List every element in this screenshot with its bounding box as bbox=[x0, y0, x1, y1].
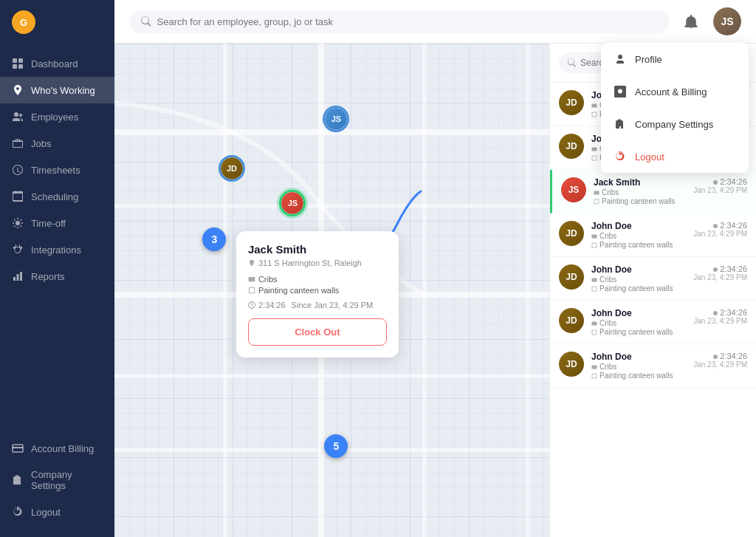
sidebar-bottom: Account Billing Company Settings Logout bbox=[0, 429, 114, 537]
logo-area: G bbox=[0, 0, 114, 44]
emp-time-area: 2:34:26 Jan 23, 4:29 PM bbox=[693, 221, 747, 238]
employee-list-item[interactable]: JD John Doe Cribs Painting canteen walls… bbox=[550, 344, 756, 388]
emp-task: Painting canteen walls bbox=[591, 372, 686, 380]
svg-rect-29 bbox=[592, 243, 597, 247]
power-icon bbox=[12, 506, 24, 518]
account-billing-label: Account & Billing bbox=[635, 86, 707, 98]
sidebar-label-integrations: Integrations bbox=[31, 244, 81, 256]
sidebar-item-company-settings[interactable]: Company Settings bbox=[0, 462, 114, 499]
svg-rect-30 bbox=[592, 278, 597, 281]
sidebar-item-jobs[interactable]: Jobs bbox=[0, 130, 114, 157]
pin-avatar-jd-left: JD bbox=[219, 155, 245, 182]
employee-list-item[interactable]: JS Jack Smith Cribs Painting canteen wal… bbox=[550, 170, 756, 213]
emp-time-area: 2:34:26 Jan 23, 4:29 PM bbox=[693, 352, 747, 369]
emp-info: John Doe Cribs Painting canteen walls bbox=[591, 221, 686, 249]
emp-info: John Doe Cribs Painting canteen walls bbox=[591, 308, 686, 336]
emp-name: John Doe bbox=[591, 264, 686, 275]
svg-rect-6 bbox=[17, 274, 19, 281]
map-pin-jd-left[interactable]: JD bbox=[219, 155, 245, 182]
emp-avatar: JD bbox=[559, 90, 584, 115]
svg-rect-31 bbox=[592, 287, 597, 291]
pin-avatar-initials: JD bbox=[221, 157, 243, 179]
sidebar-item-dashboard[interactable]: Dashboard bbox=[0, 50, 114, 77]
sidebar-label-company-settings: Company Settings bbox=[31, 469, 103, 491]
clock-icon bbox=[12, 164, 24, 176]
header: JS bbox=[114, 0, 756, 44]
notifications-button[interactable] bbox=[678, 8, 704, 35]
map-area[interactable]: 3 JS JD JS bbox=[114, 44, 549, 537]
emp-time: 2:34:26 bbox=[693, 352, 747, 360]
map-cluster-5[interactable]: 5 bbox=[324, 434, 348, 458]
emp-avatar: JD bbox=[559, 308, 584, 333]
popup-name: Jack Smith bbox=[248, 243, 387, 256]
popup-since: Since Jan 23, 4:29 PM bbox=[292, 301, 374, 309]
emp-job: Cribs bbox=[591, 319, 686, 327]
sidebar-label-whos-working: Who's Working bbox=[31, 85, 95, 96]
sidebar-nav: Dashboard Who's Working Employees Jobs bbox=[0, 44, 114, 429]
popup-time-row: 2:34:26 Since Jan 23, 4:29 PM bbox=[248, 301, 387, 309]
employee-list-item[interactable]: JD John Doe Cribs Painting canteen walls… bbox=[550, 257, 756, 301]
user-avatar-button[interactable]: JS bbox=[713, 7, 741, 35]
svg-rect-34 bbox=[592, 365, 597, 369]
map-pin-jack-smith[interactable]: JS bbox=[279, 190, 306, 216]
pin-avatar-initials: JS bbox=[325, 108, 347, 130]
sidebar-label-employees: Employees bbox=[31, 112, 78, 123]
emp-task: Painting canteen walls bbox=[591, 284, 686, 293]
emp-job: Cribs bbox=[594, 188, 686, 196]
emp-time-area: 2:34:26 Jan 23, 4:29 PM bbox=[693, 177, 747, 194]
emp-info: Jack Smith Cribs Painting canteen walls bbox=[594, 177, 686, 205]
sidebar-item-timesheets[interactable]: Timesheets bbox=[0, 157, 114, 183]
sidebar-item-whos-working[interactable]: Who's Working bbox=[0, 77, 114, 103]
employee-list-item[interactable]: JD John Doe Cribs Painting canteen walls… bbox=[550, 301, 756, 344]
popup-job: Cribs bbox=[248, 275, 387, 284]
emp-name: John Doe bbox=[591, 352, 686, 362]
sidebar-label-timesheets: Timesheets bbox=[31, 165, 80, 176]
svg-rect-9 bbox=[13, 447, 23, 448]
panel-search-icon bbox=[568, 58, 576, 67]
logout-power-icon bbox=[613, 149, 628, 164]
sidebar-item-employees[interactable]: Employees bbox=[0, 103, 114, 130]
cluster-count[interactable]: 5 bbox=[324, 434, 348, 458]
sidebar-item-scheduling[interactable]: Scheduling bbox=[0, 183, 114, 210]
sidebar-item-time-off[interactable]: Time-off bbox=[0, 210, 114, 236]
employee-info-popup: Jack Smith 311 S Harrington St, Raleigh … bbox=[236, 231, 399, 358]
sidebar-item-reports[interactable]: Reports bbox=[0, 263, 114, 290]
employee-list-item[interactable]: JD John Doe Cribs Painting canteen walls… bbox=[550, 213, 756, 257]
search-input[interactable] bbox=[157, 16, 657, 27]
sidebar-item-account-billing[interactable]: Account Billing bbox=[0, 435, 114, 462]
svg-rect-3 bbox=[18, 64, 23, 69]
emp-name: John Doe bbox=[591, 308, 686, 318]
emp-job: Cribs bbox=[591, 232, 686, 240]
emp-time-area: 2:34:26 Jan 23, 4:29 PM bbox=[693, 264, 747, 281]
calendar-icon bbox=[12, 191, 24, 202]
sidebar-item-integrations[interactable]: Integrations bbox=[0, 236, 114, 263]
svg-rect-24 bbox=[592, 147, 597, 151]
map-pin-js-top[interactable]: JS bbox=[323, 106, 349, 132]
svg-rect-5 bbox=[13, 277, 16, 281]
pin-avatar-initials: JS bbox=[281, 192, 303, 214]
dropdown-logout[interactable]: Logout bbox=[601, 140, 749, 173]
sidebar-label-reports: Reports bbox=[31, 271, 65, 282]
sidebar: G Dashboard Who's Working Employees bbox=[0, 0, 114, 537]
search-bar[interactable] bbox=[129, 10, 669, 33]
svg-rect-1 bbox=[18, 58, 23, 63]
emp-avatar: JD bbox=[559, 221, 584, 246]
svg-rect-25 bbox=[592, 156, 597, 160]
dropdown-account-billing[interactable]: Account & Billing bbox=[601, 75, 749, 108]
popup-address: 311 S Harrington St, Raleigh bbox=[248, 259, 387, 267]
dropdown-company-settings[interactable]: Company Settings bbox=[601, 108, 749, 140]
map-cluster-3[interactable]: 3 bbox=[202, 228, 226, 251]
cluster-count[interactable]: 3 bbox=[202, 228, 226, 251]
emp-time: 2:34:26 bbox=[693, 308, 747, 317]
popup-task: Painting canteen walls bbox=[248, 286, 387, 295]
briefcase-icon bbox=[12, 137, 24, 149]
bar-chart-icon bbox=[12, 270, 24, 282]
emp-date: Jan 23, 4:29 PM bbox=[693, 186, 747, 194]
clock-out-button[interactable]: Clock Out bbox=[248, 318, 387, 346]
emp-info: John Doe Cribs Painting canteen walls bbox=[591, 352, 686, 380]
svg-rect-32 bbox=[592, 321, 597, 325]
emp-time: 2:34:26 bbox=[693, 264, 747, 273]
dropdown-profile[interactable]: Profile bbox=[601, 43, 749, 75]
emp-name: John Doe bbox=[591, 221, 686, 231]
sidebar-item-logout[interactable]: Logout bbox=[0, 499, 114, 525]
